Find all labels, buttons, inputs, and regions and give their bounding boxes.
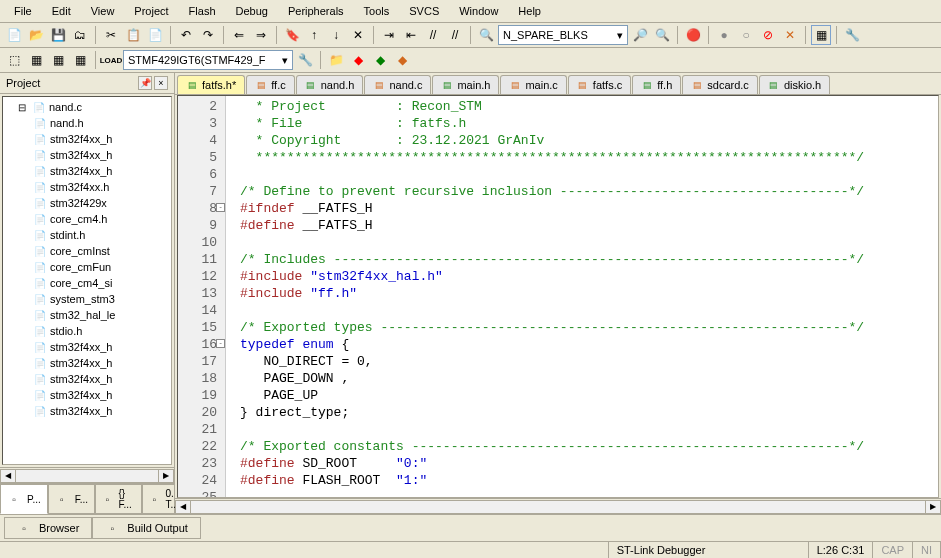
comment-button[interactable]: // [423, 25, 443, 45]
project-tree[interactable]: ⊟📄nand.c📄nand.h📄stm32f4xx_h📄stm32f4xx_h📄… [2, 96, 172, 465]
editor-hscrollbar[interactable]: ◀ ▶ [175, 498, 941, 514]
file-tab-diskioh[interactable]: ▤diskio.h [759, 75, 830, 94]
rebuild-button[interactable]: ▦ [48, 50, 68, 70]
find-icon[interactable]: 🔍 [476, 25, 496, 45]
menu-help[interactable]: Help [508, 2, 551, 20]
code-line[interactable]: /* Exported types ----------------------… [240, 319, 864, 336]
outdent-button[interactable]: ⇤ [401, 25, 421, 45]
tree-item[interactable]: 📄system_stm3 [5, 291, 169, 307]
menu-debug[interactable]: Debug [226, 2, 278, 20]
redo-button[interactable]: ↷ [198, 25, 218, 45]
code-line[interactable] [240, 421, 864, 438]
books-button[interactable]: ◆ [392, 50, 412, 70]
save-all-button[interactable]: 🗂 [70, 25, 90, 45]
file-tab-mainc[interactable]: ▤main.c [500, 75, 566, 94]
open-file-button[interactable]: 📂 [26, 25, 46, 45]
bookmark-clear-button[interactable]: ✕ [348, 25, 368, 45]
new-file-button[interactable]: 📄 [4, 25, 24, 45]
tree-item[interactable]: 📄stm32f4xx.h [5, 179, 169, 195]
nav-back-button[interactable]: ⇐ [229, 25, 249, 45]
bookmark-next-button[interactable]: ↓ [326, 25, 346, 45]
file-tab-sdcardc[interactable]: ▤sdcard.c [682, 75, 758, 94]
target-options-button[interactable]: 🔧 [295, 50, 315, 70]
tree-item[interactable]: 📄stdint.h [5, 227, 169, 243]
code-line[interactable]: /* Define to prevent recursive inclusion… [240, 183, 864, 200]
code-line[interactable]: NO_DIRECT = 0, [240, 353, 864, 370]
panel-tab[interactable]: ▫{} F... [95, 484, 142, 514]
code-line[interactable]: PAGE_DOWN , [240, 370, 864, 387]
nav-fwd-button[interactable]: ⇒ [251, 25, 271, 45]
build-button[interactable]: ▦ [26, 50, 46, 70]
code-line[interactable]: } direct_type; [240, 404, 864, 421]
copy-button[interactable]: 📋 [123, 25, 143, 45]
download-button[interactable]: LOAD [101, 50, 121, 70]
code-line[interactable]: #define FLASH_ROOT "1:" [240, 472, 864, 489]
menu-window[interactable]: Window [449, 2, 508, 20]
tree-item[interactable]: 📄nand.h [5, 115, 169, 131]
pack-installer-button[interactable]: ◆ [370, 50, 390, 70]
bookmark-prev-button[interactable]: ↑ [304, 25, 324, 45]
menu-edit[interactable]: Edit [42, 2, 81, 20]
select-packs-button[interactable]: ◆ [348, 50, 368, 70]
bookmark-toggle-button[interactable]: 🔖 [282, 25, 302, 45]
code-line[interactable]: * Copyright : 23.12.2021 GrAnIv [240, 132, 864, 149]
code-line[interactable]: * Project : Recon_STM [240, 98, 864, 115]
code-line[interactable] [240, 489, 864, 498]
code-line[interactable]: #define SD_ROOT "0:" [240, 455, 864, 472]
tree-item[interactable]: 📄stm32f4xx_h [5, 339, 169, 355]
tree-item[interactable]: 📄stm32f4xx_h [5, 403, 169, 419]
tree-item[interactable]: 📄stdio.h [5, 323, 169, 339]
code-line[interactable]: ****************************************… [240, 149, 864, 166]
menu-svcs[interactable]: SVCS [399, 2, 449, 20]
output-tab-browser[interactable]: ▫Browser [4, 517, 92, 539]
manage-project-button[interactable]: 📁 [326, 50, 346, 70]
scroll-right-button[interactable]: ▶ [925, 500, 941, 514]
fold-toggle[interactable]: - [216, 203, 225, 212]
tree-item[interactable]: 📄stm32_hal_le [5, 307, 169, 323]
paste-button[interactable]: 📄 [145, 25, 165, 45]
undo-button[interactable]: ↶ [176, 25, 196, 45]
code-line[interactable] [240, 302, 864, 319]
scroll-left-button[interactable]: ◀ [175, 500, 191, 514]
menu-tools[interactable]: Tools [354, 2, 400, 20]
tree-item[interactable]: 📄stm32f4xx_h [5, 131, 169, 147]
tree-item[interactable]: 📄stm32f4xx_h [5, 163, 169, 179]
scroll-right-button[interactable]: ▶ [158, 469, 174, 483]
find-in-files-button[interactable]: 🔎 [630, 25, 650, 45]
scroll-left-button[interactable]: ◀ [0, 469, 16, 483]
file-tab-fatfsc[interactable]: ▤fatfs.c [568, 75, 631, 94]
save-button[interactable]: 💾 [48, 25, 68, 45]
tree-item[interactable]: 📄stm32f429x [5, 195, 169, 211]
debug-button[interactable]: 🔴 [683, 25, 703, 45]
code-line[interactable]: #ifndef __FATFS_H [240, 200, 864, 217]
code-line[interactable]: typedef enum { [240, 336, 864, 353]
code-editor[interactable]: 2345678-910111213141516-1718192021222324… [177, 95, 939, 498]
panel-close-button[interactable]: × [154, 76, 168, 90]
breakpoint-kill-button[interactable]: ✕ [780, 25, 800, 45]
tree-item[interactable]: 📄core_cmInst [5, 243, 169, 259]
tree-item[interactable]: 📄stm32f4xx_h [5, 371, 169, 387]
menu-peripherals[interactable]: Peripherals [278, 2, 354, 20]
code-line[interactable]: * File : fatfs.h [240, 115, 864, 132]
indent-button[interactable]: ⇥ [379, 25, 399, 45]
menu-project[interactable]: Project [124, 2, 178, 20]
cut-button[interactable]: ✂ [101, 25, 121, 45]
tree-hscrollbar[interactable]: ◀ ▶ [0, 467, 174, 483]
target-combo[interactable]: STMF429IGT6(STMF429_F ▾ [123, 50, 293, 70]
file-tab-mainh[interactable]: ▤main.h [432, 75, 499, 94]
file-tab-nandc[interactable]: ▤nand.c [364, 75, 431, 94]
fold-toggle[interactable]: - [216, 339, 225, 348]
tree-item[interactable]: 📄core_cm4_si [5, 275, 169, 291]
tree-item[interactable]: 📄stm32f4xx_h [5, 355, 169, 371]
window-layout-button[interactable]: ▦ [811, 25, 831, 45]
tree-root[interactable]: ⊟📄nand.c [5, 99, 169, 115]
file-tab-ffh[interactable]: ▤ff.h [632, 75, 681, 94]
file-tab-fatfsh[interactable]: ▤fatfs.h* [177, 75, 245, 94]
breakpoint-insert-button[interactable]: ● [714, 25, 734, 45]
tree-item[interactable]: 📄core_cmFun [5, 259, 169, 275]
build-batch-button[interactable]: ▦ [70, 50, 90, 70]
menu-flash[interactable]: Flash [179, 2, 226, 20]
code-line[interactable]: /* Includes ----------------------------… [240, 251, 864, 268]
output-tab-build-output[interactable]: ▫Build Output [92, 517, 201, 539]
code-line[interactable]: PAGE_UP [240, 387, 864, 404]
